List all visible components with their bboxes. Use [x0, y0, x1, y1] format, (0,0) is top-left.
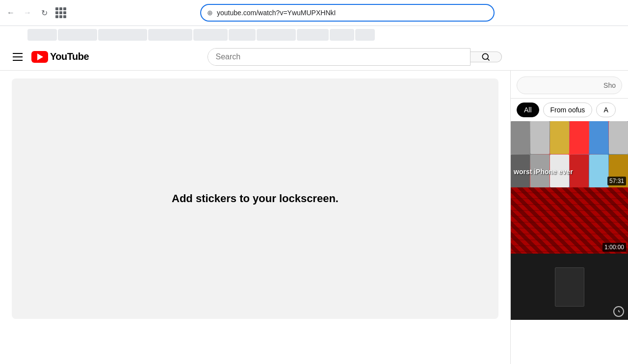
video-title-overlay: worst iPhone ever — [514, 168, 573, 176]
sidebar-search-chip: Sho — [511, 71, 628, 99]
clock-svg — [616, 309, 622, 314]
video-placeholder-text: Add stickers to your lockscreen. — [172, 192, 339, 205]
apps-icon[interactable] — [54, 6, 68, 20]
youtube-app: YouTube Add stickers to your lockscreen. — [0, 43, 628, 364]
menu-button[interactable] — [8, 47, 27, 67]
bookmark-item[interactable] — [355, 29, 375, 41]
address-bar[interactable]: ⊕ — [200, 4, 495, 22]
bookmark-item[interactable] — [58, 29, 97, 41]
search-bar — [208, 48, 471, 66]
video-thumbnail: worst iPhone ever 57:31 — [511, 121, 628, 187]
clock-icon — [613, 306, 624, 317]
sidebar-videos: worst iPhone ever 57:31 1:00:00 — [511, 121, 628, 364]
bookmark-item[interactable] — [27, 29, 57, 41]
youtube-logo[interactable]: YouTube — [31, 51, 89, 63]
video-player[interactable]: Add stickers to your lockscreen. — [12, 78, 498, 319]
filter-chips: All From oofus A — [511, 99, 628, 121]
bookmark-item[interactable] — [148, 29, 192, 41]
reload-button[interactable]: ↻ — [37, 6, 51, 20]
chip-text: Sho — [603, 81, 616, 89]
site-info-icon: ⊕ — [207, 9, 213, 17]
yt-header: YouTube — [0, 43, 628, 71]
browser-chrome: ← → ↻ ⊕ — [0, 0, 628, 43]
filter-all-chip[interactable]: All — [517, 103, 539, 117]
browser-toolbar: ← → ↻ ⊕ — [0, 0, 628, 26]
bookmark-item[interactable] — [257, 29, 296, 41]
hamburger-line — [13, 60, 23, 61]
video-thumbnail: 1:00:00 — [511, 187, 628, 254]
duration-badge: 57:31 — [607, 177, 626, 185]
url-input[interactable] — [217, 9, 488, 17]
bookmark-item[interactable] — [297, 29, 329, 41]
hamburger-line — [13, 56, 23, 57]
play-triangle-icon — [37, 53, 43, 60]
bookmark-item[interactable] — [98, 29, 147, 41]
svg-point-0 — [482, 53, 488, 59]
svg-line-3 — [619, 312, 620, 312]
sidebar-video-item[interactable] — [511, 254, 628, 320]
search-icon — [481, 52, 491, 62]
bookmarks-bar — [0, 26, 628, 43]
chip-container: Sho — [517, 77, 622, 94]
search-button[interactable] — [471, 52, 502, 62]
video-thumbnail — [511, 254, 628, 320]
book-icon — [555, 267, 584, 307]
youtube-logo-text: YouTube — [50, 51, 89, 62]
search-container — [208, 48, 502, 66]
sidebar-video-item[interactable]: 1:00:00 — [511, 187, 628, 254]
video-section: Add stickers to your lockscreen. — [0, 71, 510, 364]
filter-from-oofus-chip[interactable]: From oofus — [543, 103, 593, 117]
youtube-logo-icon — [31, 51, 48, 63]
hamburger-line — [13, 53, 23, 54]
sidebar: Sho All From oofus A — [510, 71, 628, 364]
duration-badge: 1:00:00 — [602, 243, 626, 252]
address-bar-container: ⊕ — [200, 4, 495, 22]
back-button[interactable]: ← — [4, 6, 18, 20]
forward-button[interactable]: → — [21, 6, 34, 20]
search-input[interactable] — [208, 49, 470, 65]
bookmark-item[interactable] — [193, 29, 228, 41]
svg-line-1 — [488, 58, 490, 60]
bookmark-item[interactable] — [330, 29, 354, 41]
filter-a-chip[interactable]: A — [596, 103, 615, 117]
bookmark-item[interactable] — [229, 29, 256, 41]
sidebar-video-item[interactable]: worst iPhone ever 57:31 — [511, 121, 628, 187]
yt-main: Add stickers to your lockscreen. Sho All… — [0, 71, 628, 364]
